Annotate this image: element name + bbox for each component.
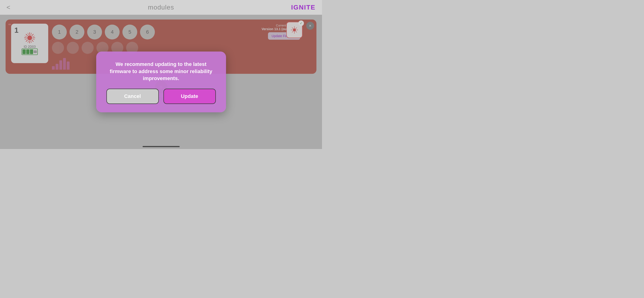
modal-cancel-button[interactable]: Cancel <box>106 89 159 104</box>
main-content: ✏ 1 <box>0 15 322 149</box>
back-button[interactable]: < <box>6 4 10 11</box>
update-firmware-modal: We recommend updating to the latest firm… <box>96 52 226 112</box>
page-title: modules <box>148 4 174 11</box>
modal-overlay: We recommend updating to the latest firm… <box>0 15 322 149</box>
modal-message: We recommend updating to the latest firm… <box>106 61 216 82</box>
ignite-logo: IGNITE <box>291 4 316 11</box>
modal-update-button[interactable]: Update <box>164 89 216 104</box>
modal-buttons: Cancel Update <box>106 89 216 104</box>
header: < modules IGNITE <box>0 0 322 15</box>
